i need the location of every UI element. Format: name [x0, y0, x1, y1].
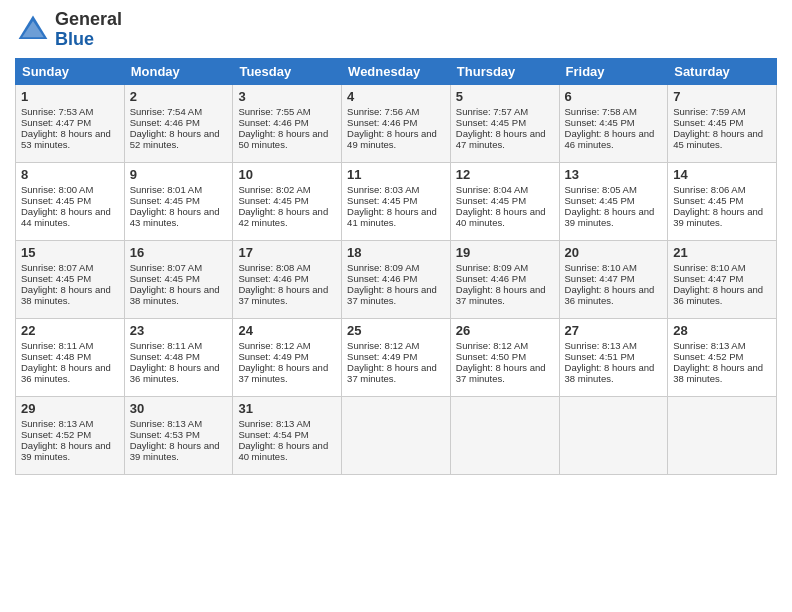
day-number: 3	[238, 89, 336, 104]
sunset: Sunset: 4:48 PM	[130, 351, 200, 362]
calendar-cell: 14Sunrise: 8:06 AMSunset: 4:45 PMDayligh…	[668, 162, 777, 240]
daylight: Daylight: 8 hours and 37 minutes.	[238, 284, 328, 306]
day-number: 6	[565, 89, 663, 104]
day-number: 15	[21, 245, 119, 260]
calendar-cell: 7Sunrise: 7:59 AMSunset: 4:45 PMDaylight…	[668, 84, 777, 162]
daylight: Daylight: 8 hours and 40 minutes.	[238, 440, 328, 462]
sunset: Sunset: 4:47 PM	[565, 273, 635, 284]
calendar-cell: 21Sunrise: 8:10 AMSunset: 4:47 PMDayligh…	[668, 240, 777, 318]
sunrise: Sunrise: 7:56 AM	[347, 106, 419, 117]
sunrise: Sunrise: 8:09 AM	[347, 262, 419, 273]
sunset: Sunset: 4:46 PM	[238, 117, 308, 128]
calendar-cell	[450, 396, 559, 474]
sunrise: Sunrise: 7:58 AM	[565, 106, 637, 117]
calendar-cell: 27Sunrise: 8:13 AMSunset: 4:51 PMDayligh…	[559, 318, 668, 396]
sunset: Sunset: 4:46 PM	[238, 273, 308, 284]
calendar-cell: 1Sunrise: 7:53 AMSunset: 4:47 PMDaylight…	[16, 84, 125, 162]
day-number: 12	[456, 167, 554, 182]
calendar-cell: 26Sunrise: 8:12 AMSunset: 4:50 PMDayligh…	[450, 318, 559, 396]
calendar-table: SundayMondayTuesdayWednesdayThursdayFrid…	[15, 58, 777, 475]
day-number: 24	[238, 323, 336, 338]
calendar-cell: 23Sunrise: 8:11 AMSunset: 4:48 PMDayligh…	[124, 318, 233, 396]
calendar-cell: 29Sunrise: 8:13 AMSunset: 4:52 PMDayligh…	[16, 396, 125, 474]
sunrise: Sunrise: 8:13 AM	[565, 340, 637, 351]
logo-text-general: General Blue	[55, 10, 122, 50]
sunrise: Sunrise: 8:02 AM	[238, 184, 310, 195]
calendar-cell: 4Sunrise: 7:56 AMSunset: 4:46 PMDaylight…	[342, 84, 451, 162]
sunset: Sunset: 4:45 PM	[21, 195, 91, 206]
sunrise: Sunrise: 8:10 AM	[673, 262, 745, 273]
logo-icon	[15, 12, 51, 48]
day-number: 4	[347, 89, 445, 104]
daylight: Daylight: 8 hours and 36 minutes.	[565, 284, 655, 306]
week-row-1: 1Sunrise: 7:53 AMSunset: 4:47 PMDaylight…	[16, 84, 777, 162]
header: General Blue	[15, 10, 777, 50]
weekday-header-thursday: Thursday	[450, 58, 559, 84]
sunrise: Sunrise: 8:13 AM	[673, 340, 745, 351]
daylight: Daylight: 8 hours and 36 minutes.	[21, 362, 111, 384]
daylight: Daylight: 8 hours and 36 minutes.	[130, 362, 220, 384]
day-number: 28	[673, 323, 771, 338]
calendar-cell: 12Sunrise: 8:04 AMSunset: 4:45 PMDayligh…	[450, 162, 559, 240]
weekday-header-saturday: Saturday	[668, 58, 777, 84]
day-number: 26	[456, 323, 554, 338]
sunset: Sunset: 4:45 PM	[673, 117, 743, 128]
calendar-cell: 30Sunrise: 8:13 AMSunset: 4:53 PMDayligh…	[124, 396, 233, 474]
sunset: Sunset: 4:52 PM	[21, 429, 91, 440]
day-number: 10	[238, 167, 336, 182]
sunrise: Sunrise: 8:06 AM	[673, 184, 745, 195]
daylight: Daylight: 8 hours and 42 minutes.	[238, 206, 328, 228]
day-number: 27	[565, 323, 663, 338]
calendar-cell: 22Sunrise: 8:11 AMSunset: 4:48 PMDayligh…	[16, 318, 125, 396]
daylight: Daylight: 8 hours and 38 minutes.	[673, 362, 763, 384]
sunrise: Sunrise: 8:05 AM	[565, 184, 637, 195]
calendar-cell: 13Sunrise: 8:05 AMSunset: 4:45 PMDayligh…	[559, 162, 668, 240]
sunrise: Sunrise: 7:54 AM	[130, 106, 202, 117]
sunrise: Sunrise: 8:09 AM	[456, 262, 528, 273]
sunrise: Sunrise: 8:12 AM	[238, 340, 310, 351]
sunset: Sunset: 4:45 PM	[673, 195, 743, 206]
sunset: Sunset: 4:45 PM	[456, 117, 526, 128]
day-number: 17	[238, 245, 336, 260]
weekday-header-tuesday: Tuesday	[233, 58, 342, 84]
daylight: Daylight: 8 hours and 37 minutes.	[456, 362, 546, 384]
page: General Blue SundayMondayTuesdayWednesda…	[0, 0, 792, 612]
day-number: 19	[456, 245, 554, 260]
daylight: Daylight: 8 hours and 39 minutes.	[673, 206, 763, 228]
daylight: Daylight: 8 hours and 47 minutes.	[456, 128, 546, 150]
sunset: Sunset: 4:46 PM	[347, 117, 417, 128]
sunset: Sunset: 4:45 PM	[565, 117, 635, 128]
sunset: Sunset: 4:45 PM	[238, 195, 308, 206]
daylight: Daylight: 8 hours and 50 minutes.	[238, 128, 328, 150]
sunrise: Sunrise: 8:04 AM	[456, 184, 528, 195]
calendar-cell: 11Sunrise: 8:03 AMSunset: 4:45 PMDayligh…	[342, 162, 451, 240]
calendar-cell: 25Sunrise: 8:12 AMSunset: 4:49 PMDayligh…	[342, 318, 451, 396]
week-row-5: 29Sunrise: 8:13 AMSunset: 4:52 PMDayligh…	[16, 396, 777, 474]
day-number: 30	[130, 401, 228, 416]
daylight: Daylight: 8 hours and 40 minutes.	[456, 206, 546, 228]
sunset: Sunset: 4:47 PM	[21, 117, 91, 128]
daylight: Daylight: 8 hours and 38 minutes.	[21, 284, 111, 306]
week-row-2: 8Sunrise: 8:00 AMSunset: 4:45 PMDaylight…	[16, 162, 777, 240]
sunrise: Sunrise: 8:12 AM	[456, 340, 528, 351]
sunset: Sunset: 4:45 PM	[456, 195, 526, 206]
calendar-cell: 5Sunrise: 7:57 AMSunset: 4:45 PMDaylight…	[450, 84, 559, 162]
daylight: Daylight: 8 hours and 37 minutes.	[347, 362, 437, 384]
sunset: Sunset: 4:45 PM	[347, 195, 417, 206]
calendar-cell: 2Sunrise: 7:54 AMSunset: 4:46 PMDaylight…	[124, 84, 233, 162]
calendar-cell: 31Sunrise: 8:13 AMSunset: 4:54 PMDayligh…	[233, 396, 342, 474]
calendar-cell: 16Sunrise: 8:07 AMSunset: 4:45 PMDayligh…	[124, 240, 233, 318]
calendar-cell: 3Sunrise: 7:55 AMSunset: 4:46 PMDaylight…	[233, 84, 342, 162]
day-number: 21	[673, 245, 771, 260]
calendar-cell: 17Sunrise: 8:08 AMSunset: 4:46 PMDayligh…	[233, 240, 342, 318]
sunset: Sunset: 4:49 PM	[347, 351, 417, 362]
calendar-cell: 20Sunrise: 8:10 AMSunset: 4:47 PMDayligh…	[559, 240, 668, 318]
sunrise: Sunrise: 8:08 AM	[238, 262, 310, 273]
calendar-cell: 9Sunrise: 8:01 AMSunset: 4:45 PMDaylight…	[124, 162, 233, 240]
calendar-cell: 10Sunrise: 8:02 AMSunset: 4:45 PMDayligh…	[233, 162, 342, 240]
sunrise: Sunrise: 8:11 AM	[130, 340, 202, 351]
daylight: Daylight: 8 hours and 41 minutes.	[347, 206, 437, 228]
calendar-cell	[342, 396, 451, 474]
sunset: Sunset: 4:46 PM	[347, 273, 417, 284]
day-number: 7	[673, 89, 771, 104]
